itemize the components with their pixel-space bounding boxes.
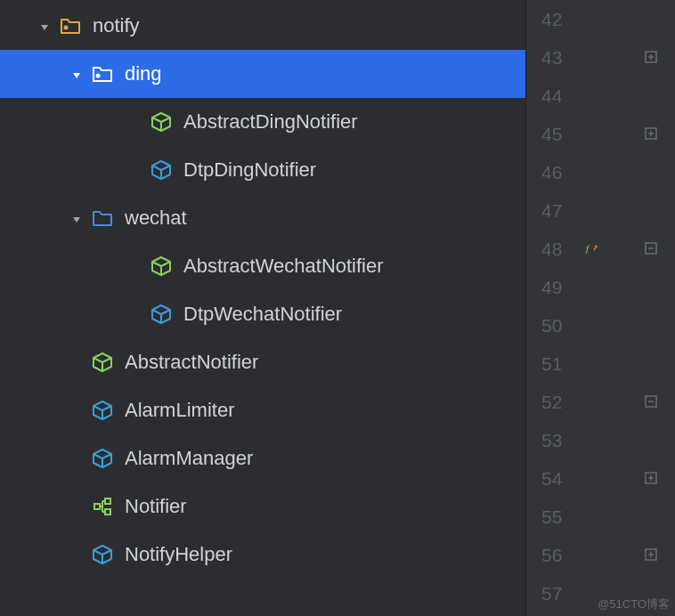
svg-rect-3	[105, 498, 110, 504]
tree-item-label: NotifyHelper	[125, 543, 232, 566]
tree-item-label: AbstractDingNotifier	[183, 110, 358, 134]
package-folder-icon	[59, 14, 82, 37]
interface-icon	[91, 495, 114, 518]
line-number: 44	[541, 77, 578, 115]
svg-point-1	[96, 74, 101, 78]
line-number: 54	[541, 459, 578, 498]
tree-item-label: AlarmManager	[125, 447, 253, 470]
code-fold-icon[interactable]	[643, 49, 659, 69]
tree-item-label: ding	[125, 62, 162, 85]
code-fold-icon[interactable]	[643, 393, 659, 414]
line-number: 55	[541, 498, 578, 536]
line-number: 53	[541, 421, 578, 459]
class-icon	[150, 303, 173, 326]
folder-icon	[91, 207, 114, 230]
line-number: 57	[541, 574, 578, 612]
line-number: 52	[541, 383, 578, 421]
code-fold-icon[interactable]	[643, 547, 659, 567]
line-number: 46	[541, 153, 578, 191]
svg-rect-2	[94, 504, 100, 509]
tree-item-label: AbstractNotifier	[125, 351, 258, 374]
svg-rect-4	[105, 509, 110, 515]
code-fold-icon[interactable]	[643, 470, 659, 490]
class-icon	[91, 447, 114, 470]
project-tree-panel: notify ding AbstractDingNotifier DtpDing…	[0, 0, 525, 616]
line-number: 45	[541, 115, 578, 153]
line-number: 42	[541, 0, 578, 38]
tree-item-wechat[interactable]: wechat	[0, 194, 525, 242]
code-fold-icon[interactable]	[643, 126, 659, 146]
class-icon	[91, 399, 114, 422]
tree-item-abstractwechatnotifier[interactable]: AbstractWechatNotifier	[0, 242, 525, 290]
abstract-class-icon	[150, 110, 173, 134]
gutter-icons: f	[578, 0, 675, 616]
line-number: 49	[541, 268, 578, 306]
tree-item-notify[interactable]: notify	[0, 2, 525, 50]
chevron-down-icon[interactable]	[69, 67, 84, 81]
svg-text:f: f	[586, 243, 590, 254]
tree-item-notifyhelper[interactable]: NotifyHelper	[0, 531, 525, 579]
abstract-class-icon	[150, 255, 173, 278]
tree-item-notifier[interactable]: Notifier	[0, 482, 525, 531]
line-number: 50	[541, 306, 578, 344]
line-number: 43	[541, 38, 578, 77]
editor-gutter: 42434445464748495051525354555657 f	[525, 0, 675, 616]
tree-item-abstractnotifier[interactable]: AbstractNotifier	[0, 338, 525, 386]
tree-item-label: AbstractWechatNotifier	[183, 255, 384, 278]
line-number: 47	[541, 191, 578, 230]
line-numbers: 42434445464748495051525354555657	[526, 0, 578, 616]
tree-item-dtpwechatnotifier[interactable]: DtpWechatNotifier	[0, 290, 525, 338]
tree-item-alarmmanager[interactable]: AlarmManager	[0, 434, 525, 482]
tree-item-label: DtpWechatNotifier	[183, 303, 342, 326]
package-folder-icon	[91, 62, 114, 85]
tree-item-abstractdingnotifier[interactable]: AbstractDingNotifier	[0, 98, 525, 146]
function-marker-icon[interactable]: f	[585, 240, 601, 261]
svg-point-0	[64, 26, 69, 30]
tree-item-dtpdingnotifier[interactable]: DtpDingNotifier	[0, 146, 525, 194]
tree-item-label: DtpDingNotifier	[183, 158, 316, 182]
class-icon	[91, 543, 114, 566]
chevron-down-icon[interactable]	[69, 211, 84, 225]
class-icon	[150, 158, 173, 182]
line-number: 51	[541, 344, 578, 383]
tree-item-label: notify	[93, 14, 140, 37]
tree-item-alarmlimiter[interactable]: AlarmLimiter	[0, 386, 525, 434]
code-fold-icon[interactable]	[643, 240, 659, 261]
line-number: 56	[541, 536, 578, 574]
watermark: @51CTO博客	[598, 596, 670, 612]
line-number: 48	[541, 230, 578, 268]
tree-item-label: AlarmLimiter	[125, 399, 234, 422]
chevron-down-icon[interactable]	[37, 19, 52, 33]
abstract-class-icon	[91, 351, 114, 374]
tree-item-label: Notifier	[125, 495, 187, 518]
tree-item-ding[interactable]: ding	[0, 50, 525, 98]
tree-item-label: wechat	[125, 207, 187, 230]
